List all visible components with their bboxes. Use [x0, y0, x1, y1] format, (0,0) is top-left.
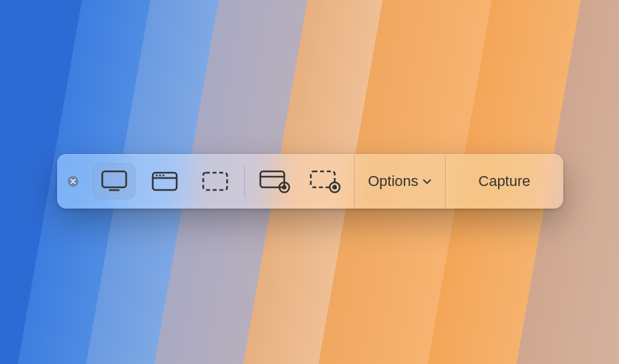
record-screen-icon	[258, 169, 291, 194]
screen-full-icon	[100, 169, 129, 193]
capture-label: Capture	[478, 173, 530, 190]
svg-point-6	[159, 175, 161, 177]
close-button[interactable]	[61, 176, 85, 187]
capture-selected-window-button[interactable]	[143, 163, 186, 199]
options-label: Options	[368, 173, 418, 190]
capture-entire-screen-button[interactable]	[93, 163, 135, 199]
chevron-down-icon	[422, 179, 432, 185]
record-mode-group	[245, 163, 354, 199]
svg-point-7	[163, 175, 165, 177]
selection-icon	[201, 170, 230, 193]
svg-point-15	[333, 185, 337, 190]
capture-button[interactable]: Capture	[445, 154, 563, 209]
svg-rect-1	[102, 171, 126, 187]
screenshot-toolbar: Options Capture	[57, 154, 563, 209]
svg-rect-8	[203, 173, 227, 190]
svg-point-5	[156, 175, 158, 177]
record-selected-portion-button[interactable]	[304, 163, 346, 199]
screenshot-mode-group	[85, 163, 244, 199]
capture-selected-portion-button[interactable]	[194, 163, 236, 199]
record-entire-screen-button[interactable]	[253, 163, 296, 199]
options-dropdown[interactable]: Options	[354, 154, 445, 209]
svg-point-12	[282, 185, 287, 190]
record-selection-icon	[308, 169, 341, 194]
svg-rect-2	[109, 189, 120, 191]
window-icon	[150, 170, 179, 193]
close-icon	[68, 176, 78, 187]
